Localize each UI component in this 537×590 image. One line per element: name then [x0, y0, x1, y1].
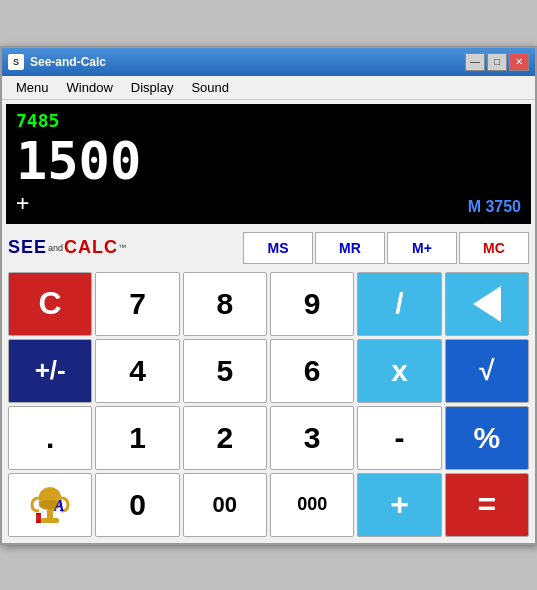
- digit-9-button[interactable]: 9: [270, 272, 354, 336]
- double-zero-button[interactable]: 00: [183, 473, 267, 537]
- window-title: See-and-Calc: [30, 55, 106, 69]
- divide-button[interactable]: /: [357, 272, 441, 336]
- logo-memory-row: SEE and CALC ™ MS MR M+ MC: [2, 228, 535, 268]
- digit-8-button[interactable]: 8: [183, 272, 267, 336]
- backspace-button[interactable]: [445, 272, 529, 336]
- menu-bar: Menu Window Display Sound: [2, 76, 535, 100]
- title-bar-left: S See-and-Calc: [8, 54, 106, 70]
- menu-item-window[interactable]: Window: [59, 78, 121, 97]
- triangle-left-icon: [473, 286, 501, 322]
- menu-item-sound[interactable]: Sound: [183, 78, 237, 97]
- logo-tm: ™: [118, 243, 126, 252]
- triple-zero-button[interactable]: 000: [270, 473, 354, 537]
- digit-6-button[interactable]: 6: [270, 339, 354, 403]
- svg-rect-4: [41, 518, 59, 523]
- memory-buttons: MS MR M+ MC: [243, 232, 529, 264]
- logo-and: and: [48, 243, 63, 253]
- multiply-button[interactable]: x: [357, 339, 441, 403]
- digit-7-button[interactable]: 7: [95, 272, 179, 336]
- digit-4-button[interactable]: 4: [95, 339, 179, 403]
- sign-toggle-button[interactable]: +/-: [8, 339, 92, 403]
- clear-button[interactable]: C: [8, 272, 92, 336]
- calc-grid: C 7 8 9 / +/- 4 5 6 x √ . 1 2 3 - %: [2, 268, 535, 543]
- display-area: 7485 1500 + M 3750: [6, 104, 531, 224]
- maximize-button[interactable]: □: [487, 53, 507, 71]
- display-main: 1500: [16, 133, 521, 190]
- logo-button[interactable]: A: [8, 473, 92, 537]
- sqrt-icon: √: [479, 355, 494, 387]
- mem-add-button[interactable]: M+: [387, 232, 457, 264]
- display-line1: 7485: [16, 110, 521, 131]
- mem-recall-button[interactable]: MR: [315, 232, 385, 264]
- trophy-icon: A: [28, 483, 72, 527]
- main-window: S See-and-Calc — □ ✕ Menu Window Display…: [0, 46, 537, 545]
- display-memory: M 3750: [468, 198, 521, 216]
- close-button[interactable]: ✕: [509, 53, 529, 71]
- mem-clear-button[interactable]: MC: [459, 232, 529, 264]
- app-icon: S: [8, 54, 24, 70]
- svg-text:A: A: [53, 497, 65, 514]
- digit-0-button[interactable]: 0: [95, 473, 179, 537]
- svg-rect-3: [47, 510, 53, 518]
- subtract-button[interactable]: -: [357, 406, 441, 470]
- sqrt-button[interactable]: √: [445, 339, 529, 403]
- menu-item-menu[interactable]: Menu: [8, 78, 57, 97]
- digit-3-button[interactable]: 3: [270, 406, 354, 470]
- display-operator: +: [16, 190, 521, 215]
- logo-see: SEE: [8, 237, 47, 258]
- percent-button[interactable]: %: [445, 406, 529, 470]
- digit-2-button[interactable]: 2: [183, 406, 267, 470]
- digit-5-button[interactable]: 5: [183, 339, 267, 403]
- title-bar: S See-and-Calc — □ ✕: [2, 48, 535, 76]
- trophy-svg: A: [28, 483, 72, 527]
- logo-area: SEE and CALC ™: [8, 237, 243, 258]
- decimal-button[interactable]: .: [8, 406, 92, 470]
- menu-item-display[interactable]: Display: [123, 78, 182, 97]
- minimize-button[interactable]: —: [465, 53, 485, 71]
- equals-button[interactable]: =: [445, 473, 529, 537]
- digit-1-button[interactable]: 1: [95, 406, 179, 470]
- add-button[interactable]: +: [357, 473, 441, 537]
- mem-store-button[interactable]: MS: [243, 232, 313, 264]
- title-controls: — □ ✕: [465, 53, 529, 71]
- logo-calc: CALC: [64, 237, 118, 258]
